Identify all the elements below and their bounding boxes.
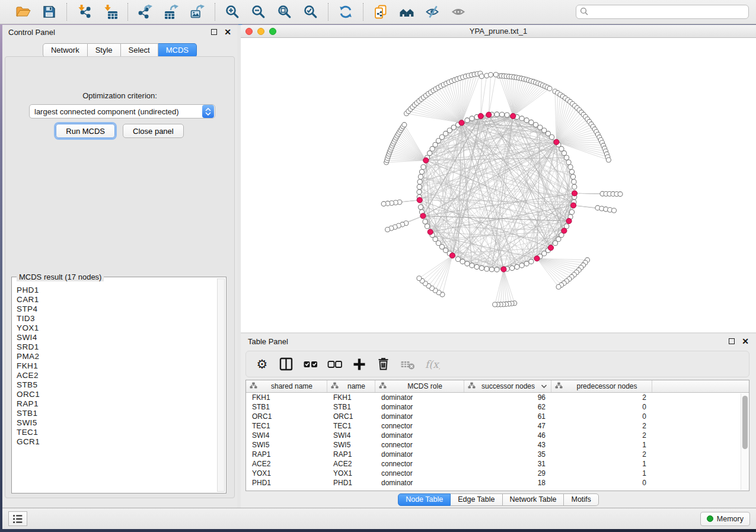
table-row[interactable]: PHD1PHD1dominator180 (246, 478, 749, 488)
run-mcds-button[interactable]: Run MCDS (56, 124, 115, 138)
mcds-result-item[interactable]: ACE2 (17, 371, 216, 380)
mcds-result-item[interactable]: RAP1 (17, 399, 216, 409)
export-network-icon[interactable] (136, 3, 154, 21)
mcds-result-item[interactable]: YOX1 (17, 323, 216, 333)
cell-shared_name: SWI4 (246, 431, 327, 440)
toolbar-group (127, 3, 215, 21)
cell-successors: 62 (464, 403, 551, 411)
tab-node-table[interactable]: Node Table (398, 493, 451, 506)
column-header-name[interactable]: name (327, 380, 375, 392)
column-header-successor-nodes[interactable]: successor nodes (464, 380, 551, 392)
trash-icon[interactable] (376, 357, 391, 372)
cell-role: dominator (375, 479, 464, 487)
table-scrollbar[interactable] (741, 393, 748, 490)
close-table-panel-icon[interactable]: ✕ (742, 338, 749, 344)
table-row[interactable]: ORC1ORC1dominator610 (246, 412, 749, 421)
float-table-panel-icon[interactable] (729, 338, 735, 344)
zoom-fit-icon[interactable] (276, 3, 294, 21)
network-canvas[interactable] (241, 38, 756, 332)
mcds-result-item[interactable]: STP4 (17, 305, 216, 314)
mcds-result-item[interactable]: TEC1 (17, 428, 216, 437)
mcds-result-item[interactable]: GCR1 (17, 437, 216, 447)
tab-edge-table[interactable]: Edge Table (451, 493, 502, 506)
mcds-result-item[interactable]: STB5 (17, 380, 216, 390)
network-graph[interactable] (241, 38, 756, 332)
export-table-icon[interactable] (162, 3, 180, 21)
attribute-icon (468, 382, 476, 390)
tab-style[interactable]: Style (88, 43, 121, 57)
columns-icon[interactable] (279, 357, 294, 372)
cell-successors: 46 (464, 431, 551, 440)
table-panel: Table Panel ✕ ⚙f(x) shared namenameMCDS … (241, 334, 756, 508)
cell-name: ACE2 (327, 460, 375, 468)
memory-button[interactable]: Memory (700, 512, 750, 526)
zoom-selected-icon[interactable] (302, 3, 320, 21)
criterion-select[interactable]: largest connected component (undirected) (29, 104, 215, 118)
mcds-result-list[interactable]: PHD1CAR1STP4TID3YOX1SWI4SRD1PMA2FKH1ACE2… (12, 283, 216, 492)
cell-predecessors: 2 (551, 431, 652, 440)
close-panel-button[interactable]: Close panel (123, 124, 184, 138)
column-header-predecessor-nodes[interactable]: predecessor nodes (551, 380, 652, 392)
table-row[interactable]: FKH1FKH1dominator962 (246, 393, 749, 402)
open-folder-icon[interactable] (14, 3, 32, 21)
cell-successors: 61 (464, 412, 551, 421)
uncheck-pair-icon[interactable] (327, 357, 343, 372)
table-scrollbar-thumb[interactable] (742, 396, 748, 449)
refresh-icon[interactable] (337, 3, 355, 21)
mcds-result-item[interactable]: PMA2 (17, 352, 216, 361)
save-icon[interactable] (40, 3, 58, 21)
mcds-result-item[interactable]: SWI5 (17, 418, 216, 428)
import-network-icon[interactable] (75, 3, 93, 21)
table-row[interactable]: TEC1TEC1connector472 (246, 421, 749, 431)
import-table-icon[interactable] (101, 3, 119, 21)
network-file-icon[interactable] (372, 3, 390, 21)
tab-network-table[interactable]: Network Table (503, 493, 564, 506)
mcds-result-item[interactable]: SRD1 (17, 342, 216, 352)
gear-icon[interactable]: ⚙ (254, 357, 270, 372)
show-eye-icon[interactable] (450, 3, 468, 21)
table-row[interactable]: ACE2ACE2connector311 (246, 459, 749, 469)
mcds-result-item[interactable]: FKH1 (17, 361, 216, 371)
mcds-result-item[interactable]: CAR1 (17, 295, 216, 305)
tab-select[interactable]: Select (121, 43, 158, 57)
search-input[interactable] (576, 5, 749, 19)
cell-shared_name: STB1 (246, 403, 327, 411)
toolbar-group (215, 3, 328, 21)
node-table-body: FKH1FKH1dominator962STB1STB1dominator620… (246, 393, 749, 488)
mcds-result-item[interactable]: TID3 (17, 314, 216, 323)
tab-motifs[interactable]: Motifs (564, 493, 598, 506)
zoom-in-icon[interactable] (224, 3, 241, 21)
table-row[interactable]: RAP1RAP1dominator352 (246, 450, 749, 459)
zoom-out-icon[interactable] (250, 3, 267, 21)
cell-shared_name: ACE2 (246, 460, 327, 468)
cell-role: dominator (375, 412, 464, 421)
network-nodes[interactable] (381, 71, 623, 307)
mcds-result-item[interactable]: PHD1 (17, 286, 216, 295)
float-panel-icon[interactable] (211, 29, 217, 35)
column-header-shared-name[interactable]: shared name (246, 380, 327, 392)
hide-eye-icon[interactable] (424, 3, 442, 21)
check-pair-icon[interactable] (303, 357, 318, 372)
tab-mcds[interactable]: MCDS (158, 43, 197, 57)
table-row[interactable]: SWI4SWI4dominator462 (246, 431, 749, 440)
task-history-button[interactable] (8, 511, 27, 526)
table-row[interactable]: SWI5SWI5connector431 (246, 440, 749, 450)
table-toolbar: ⚙f(x) (245, 351, 749, 377)
cell-name: TEC1 (327, 422, 375, 430)
tab-network[interactable]: Network (43, 43, 88, 57)
table-row[interactable]: STB1STB1dominator620 (246, 402, 749, 412)
network-window-title: YPA_prune.txt_1 (241, 27, 756, 36)
plus-icon[interactable] (352, 357, 367, 372)
houses-icon[interactable] (398, 3, 416, 21)
optimization-criterion-label: Optimization criterion: (5, 91, 234, 100)
close-panel-icon[interactable]: ✕ (224, 29, 231, 35)
mcds-result-item[interactable]: STB1 (17, 409, 216, 418)
table-row[interactable]: YOX1YOX1connector291 (246, 469, 749, 478)
export-image-icon[interactable] (189, 3, 206, 21)
column-header-MCDS-role[interactable]: MCDS role (375, 380, 464, 392)
mcds-result-item[interactable]: ORC1 (17, 390, 216, 399)
toolbar-group (6, 3, 66, 21)
mcds-list-scrollbar[interactable] (217, 278, 225, 492)
mcds-result-item[interactable]: SWI4 (17, 333, 216, 342)
table-tabs: Node TableEdge TableNetwork TableMotifs (241, 493, 756, 506)
